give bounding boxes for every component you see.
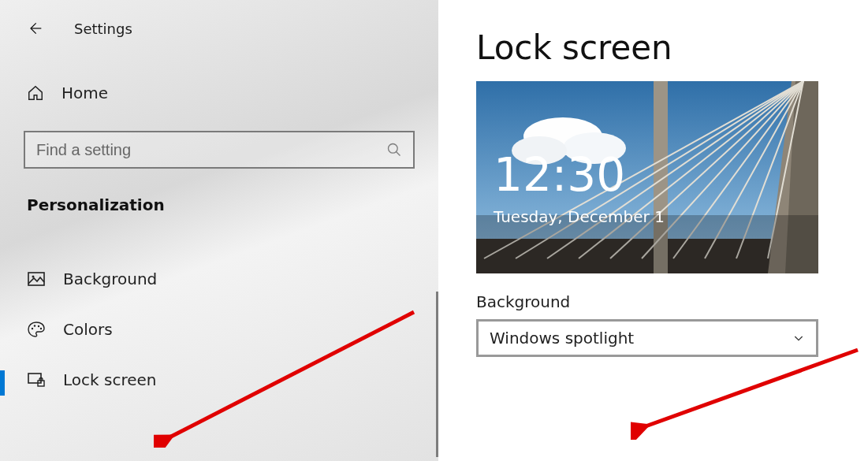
preview-date: Tuesday, December 1 [494, 207, 665, 226]
content-pane: Lock screen [438, 0, 868, 461]
svg-point-5 [32, 328, 33, 329]
svg-point-4 [32, 276, 35, 278]
palette-icon [27, 320, 46, 339]
back-button[interactable] [19, 13, 50, 44]
app-title: Settings [74, 20, 132, 37]
background-dropdown[interactable]: Windows spotlight [476, 319, 818, 357]
home-label: Home [61, 84, 108, 102]
search-icon [386, 142, 402, 158]
home-icon [27, 84, 44, 102]
search-input[interactable] [36, 141, 386, 159]
svg-point-7 [38, 325, 39, 327]
arrow-left-icon [27, 20, 43, 36]
preview-time: 12:30 [494, 152, 625, 198]
background-dropdown-value: Windows spotlight [490, 329, 634, 348]
sidebar-item-label: Colors [63, 320, 113, 339]
svg-line-2 [397, 152, 400, 156]
home-nav[interactable]: Home [0, 72, 438, 113]
picture-icon [27, 270, 46, 288]
titlebar: Settings [0, 6, 438, 50]
background-field-label: Background [476, 292, 868, 311]
scrollbar-thumb[interactable] [436, 292, 438, 457]
sidebar-nav: Background Colors Lock screen [0, 254, 438, 405]
lock-screen-icon [27, 370, 46, 389]
sidebar-item-label: Background [63, 270, 157, 288]
lock-screen-preview: 12:30 Tuesday, December 1 [476, 81, 818, 273]
svg-point-1 [389, 144, 398, 154]
svg-rect-9 [28, 374, 41, 383]
sidebar-item-colors[interactable]: Colors [0, 304, 438, 355]
svg-point-8 [40, 328, 42, 329]
search-settings[interactable] [24, 131, 415, 169]
settings-sidebar: Settings Home Personalization [0, 0, 438, 461]
page-title: Lock screen [476, 28, 868, 67]
chevron-down-icon [792, 332, 805, 344]
sidebar-item-lock-screen[interactable]: Lock screen [0, 355, 438, 405]
section-header: Personalization [27, 195, 438, 214]
svg-point-6 [34, 325, 35, 326]
sidebar-item-label: Lock screen [63, 370, 156, 389]
sidebar-item-background[interactable]: Background [0, 254, 438, 304]
